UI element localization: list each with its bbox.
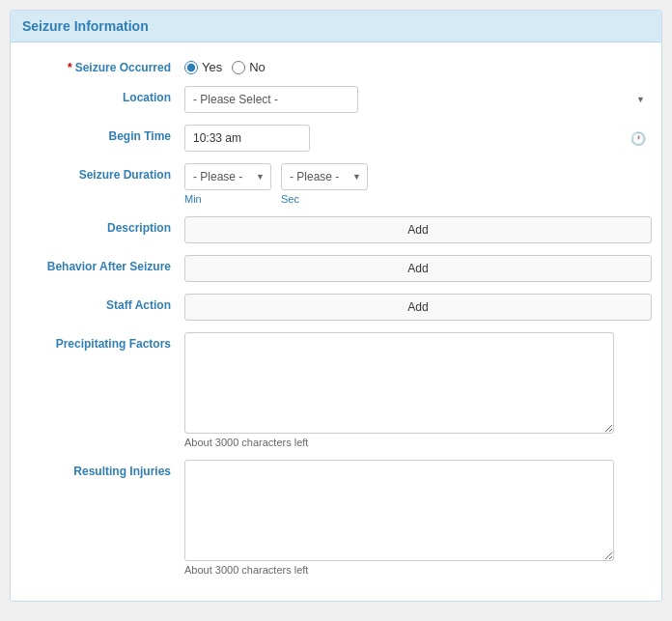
no-radio[interactable] [232, 61, 245, 74]
panel-title: Seizure Information [22, 18, 149, 34]
duration-sec-select[interactable]: - Please - [281, 163, 368, 190]
staff-action-label: Staff Action [20, 294, 184, 312]
sec-label: Sec [281, 193, 299, 205]
panel-header: Seizure Information [11, 11, 661, 42]
staff-action-add-button[interactable]: Add [184, 294, 652, 321]
location-label: Location [20, 86, 184, 104]
staff-action-row: Staff Action Add [20, 294, 652, 321]
behavior-row: Behavior After Seizure Add [20, 255, 652, 282]
no-label: No [249, 60, 266, 74]
location-select-wrapper: - Please Select - [184, 86, 652, 113]
resulting-row: Resulting Injuries About 3000 characters… [20, 460, 652, 576]
location-select[interactable]: - Please Select - [184, 86, 358, 113]
seizure-duration-label: Seizure Duration [20, 163, 184, 182]
yes-radio[interactable] [184, 61, 198, 74]
description-label: Description [20, 216, 184, 235]
min-label: Min [184, 193, 202, 205]
duration-row: - Please - Min - Please - Sec [184, 163, 652, 205]
behavior-label: Behavior After Seizure [20, 255, 184, 273]
clock-icon: 🕐 [630, 131, 646, 146]
seizure-duration-row: Seizure Duration - Please - Min [20, 163, 652, 205]
no-radio-label[interactable]: No [232, 60, 266, 74]
begin-time-row: Begin Time 🕐 [20, 125, 652, 152]
precipitating-row: Precipitating Factors About 3000 charact… [20, 332, 652, 448]
duration-sec-group: - Please - Sec [281, 163, 368, 205]
resulting-label: Resulting Injuries [20, 460, 184, 478]
duration-min-select[interactable]: - Please - [184, 163, 271, 190]
duration-min-group: - Please - Min [184, 163, 271, 205]
seizure-occurred-row: *Seizure Occurred Yes No [20, 56, 652, 74]
location-controls: - Please Select - [184, 86, 652, 113]
begin-time-label: Begin Time [20, 125, 184, 143]
description-add-button[interactable]: Add [184, 216, 652, 243]
seizure-radio-group: Yes No [184, 56, 652, 74]
yes-label: Yes [202, 60, 222, 74]
description-controls: Add [184, 216, 652, 243]
precipitating-label: Precipitating Factors [20, 332, 184, 351]
panel-body: *Seizure Occurred Yes No Location [11, 42, 661, 601]
seizure-occurred-label: *Seizure Occurred [20, 56, 184, 74]
precipitating-textarea[interactable] [184, 332, 614, 434]
description-row: Description Add [20, 216, 652, 243]
begin-time-controls: 🕐 [184, 125, 652, 152]
time-input-wrapper: 🕐 [184, 125, 652, 152]
precipitating-controls: About 3000 characters left [184, 332, 652, 448]
precipitating-char-count: About 3000 characters left [184, 437, 652, 448]
resulting-char-count: About 3000 characters left [184, 564, 652, 576]
duration-sec-select-wrapper: - Please - [281, 163, 368, 190]
behavior-add-button[interactable]: Add [184, 255, 652, 282]
staff-action-controls: Add [184, 294, 652, 321]
yes-radio-label[interactable]: Yes [184, 60, 222, 74]
seizure-occurred-controls: Yes No [184, 56, 652, 74]
seizure-information-panel: Seizure Information *Seizure Occurred Ye… [10, 10, 662, 602]
resulting-controls: About 3000 characters left [184, 460, 652, 576]
location-row: Location - Please Select - [20, 86, 652, 113]
required-marker: * [68, 61, 72, 74]
begin-time-input[interactable] [184, 125, 310, 152]
seizure-duration-controls: - Please - Min - Please - Sec [184, 163, 652, 205]
behavior-controls: Add [184, 255, 652, 282]
resulting-textarea[interactable] [184, 460, 614, 561]
duration-min-select-wrapper: - Please - [184, 163, 271, 190]
